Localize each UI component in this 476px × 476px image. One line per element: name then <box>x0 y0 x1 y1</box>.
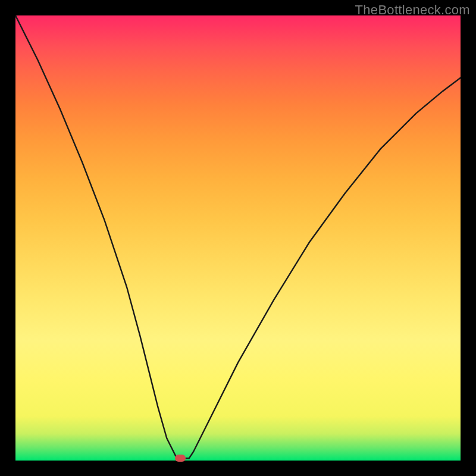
optimal-point-marker <box>175 455 186 462</box>
curve-svg <box>15 15 461 461</box>
plot-area <box>15 15 461 461</box>
watermark-text: TheBottleneck.com <box>355 2 470 18</box>
bottleneck-curve <box>15 15 461 458</box>
chart-frame: TheBottleneck.com <box>0 0 476 476</box>
